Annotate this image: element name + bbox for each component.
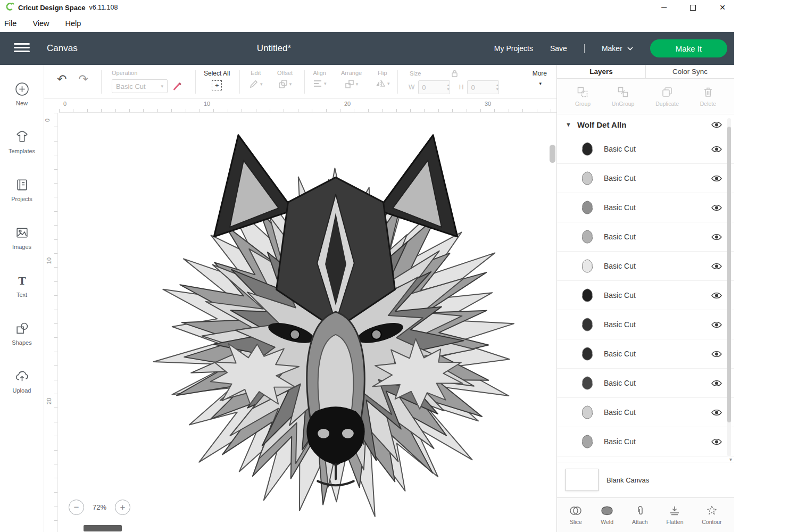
duplicate-button[interactable]: Duplicate (655, 86, 679, 107)
sidebar-item-new[interactable]: New (0, 70, 44, 118)
group-button[interactable]: Group (575, 86, 591, 107)
height-input[interactable] (467, 80, 499, 94)
sidebar-label: New (16, 100, 28, 106)
layer-thumbnail[interactable] (579, 170, 595, 186)
visibility-eye-icon[interactable] (711, 409, 722, 417)
slice-button[interactable]: Slice (569, 505, 582, 525)
layer-row[interactable]: Basic Cut (557, 339, 734, 369)
redo-button[interactable]: ↷ (78, 72, 88, 86)
operation-select[interactable]: Basic Cut ▾ (112, 79, 168, 93)
layer-row[interactable]: Basic Cut (557, 369, 734, 398)
layer-thumbnail[interactable] (579, 229, 595, 245)
visibility-eye-icon[interactable] (711, 262, 722, 270)
toolbar-divider (101, 70, 102, 94)
width-input[interactable] (418, 80, 450, 94)
maximize-button[interactable] (690, 5, 696, 11)
sidebar-item-templates[interactable]: Templates (0, 118, 44, 166)
layer-row[interactable]: Basic Cut (557, 164, 734, 193)
save-link[interactable]: Save (550, 44, 567, 53)
color-pencil-icon[interactable] (172, 81, 182, 91)
offset-menu-button[interactable]: ▾ (278, 79, 292, 89)
layers-scrollbar-thumb[interactable] (727, 127, 731, 422)
layer-group-row[interactable]: ▼ Wolf Det Alln (557, 114, 734, 135)
layer-thumbnail[interactable] (579, 346, 595, 362)
layer-thumbnail[interactable] (579, 258, 595, 274)
weld-button[interactable]: Weld (601, 505, 613, 525)
close-button[interactable]: ✕ (719, 4, 726, 11)
machine-selector[interactable]: Maker (602, 44, 633, 53)
layer-row[interactable]: Basic Cut (557, 281, 734, 310)
visibility-eye-icon[interactable] (711, 233, 722, 241)
layer-thumbnail[interactable] (579, 375, 595, 391)
minimize-button[interactable]: ─ (661, 4, 667, 11)
flatten-button[interactable]: Flatten (666, 505, 683, 525)
layer-row[interactable]: Basic Cut (557, 193, 734, 222)
menu-help[interactable]: Help (65, 19, 81, 28)
left-sidebar: New Templates Projects Images T Text Sha… (0, 65, 44, 532)
layer-thumbnail[interactable] (579, 317, 595, 332)
height-stepper[interactable]: ▲▼ (495, 83, 498, 92)
layer-row[interactable]: Basic Cut (557, 456, 734, 462)
visibility-eye-icon[interactable] (711, 174, 722, 182)
layer-thumbnail[interactable] (579, 200, 595, 215)
canvas-horizontal-scrollbar[interactable] (84, 525, 122, 531)
wolf-artwork[interactable] (134, 115, 538, 522)
layer-thumbnail[interactable] (579, 404, 595, 420)
lock-icon[interactable] (451, 70, 458, 77)
visibility-eye-icon[interactable] (711, 350, 722, 358)
sidebar-item-upload[interactable]: Upload (0, 358, 44, 405)
layer-row[interactable]: Basic Cut (557, 398, 734, 427)
layer-row[interactable]: Basic Cut (557, 252, 734, 281)
visibility-eye-icon[interactable] (711, 121, 722, 129)
attach-button[interactable]: Attach (632, 505, 648, 525)
visibility-eye-icon[interactable] (711, 145, 722, 153)
canvas-vertical-scrollbar[interactable] (550, 145, 555, 163)
delete-button[interactable]: Delete (700, 86, 716, 107)
zoom-out-button[interactable]: − (69, 500, 84, 515)
layer-thumbnail[interactable] (579, 287, 595, 303)
tab-layers[interactable]: Layers (557, 65, 645, 78)
layer-row[interactable]: Basic Cut (557, 310, 734, 339)
visibility-eye-icon[interactable] (711, 321, 722, 329)
document-title[interactable]: Untitled* (229, 32, 319, 65)
layers-scrollbar[interactable] (727, 118, 731, 456)
visibility-eye-icon[interactable] (711, 204, 722, 212)
blank-canvas-row[interactable]: Blank Canvas (557, 462, 734, 497)
tool-label: Flatten (666, 519, 683, 525)
sidebar-item-text[interactable]: T Text (0, 262, 44, 310)
layer-thumbnail[interactable] (579, 141, 595, 157)
visibility-eye-icon[interactable] (711, 379, 722, 387)
sidebar-item-shapes[interactable]: Shapes (0, 310, 44, 358)
sidebar-item-projects[interactable]: Projects (0, 166, 44, 214)
edit-menu-button[interactable]: ▾ (249, 79, 263, 89)
hamburger-menu-icon[interactable] (14, 43, 30, 52)
zoom-in-button[interactable]: + (115, 500, 130, 515)
my-projects-link[interactable]: My Projects (494, 44, 533, 53)
make-it-button[interactable]: Make It (650, 39, 727, 57)
design-canvas[interactable]: − 72% + (59, 113, 556, 532)
visibility-eye-icon[interactable] (711, 438, 722, 446)
width-stepper[interactable]: ▲▼ (446, 83, 450, 92)
group-expand-caret-icon[interactable]: ▼ (566, 121, 571, 128)
select-all-button[interactable]: + (212, 80, 222, 90)
arrange-menu-button[interactable]: ▾ (345, 79, 359, 89)
blank-canvas-swatch[interactable] (566, 469, 598, 491)
layer-row[interactable]: Basic Cut (557, 427, 734, 456)
contour-button[interactable]: Contour (702, 505, 721, 525)
new-plus-icon (15, 82, 29, 96)
tab-color-sync[interactable]: Color Sync (645, 65, 734, 78)
undo-button[interactable]: ↶ (57, 72, 66, 86)
ungroup-button[interactable]: UnGroup (612, 86, 635, 107)
flip-menu-button[interactable]: ▾ (375, 79, 390, 88)
menu-file[interactable]: File (4, 19, 16, 28)
more-menu-button[interactable]: More ▾ (533, 70, 547, 86)
sidebar-item-images[interactable]: Images (0, 214, 44, 262)
menu-view[interactable]: View (32, 19, 49, 28)
ruler-number: 0 (63, 101, 66, 107)
align-menu-button[interactable]: ▾ (313, 79, 327, 88)
visibility-eye-icon[interactable] (711, 292, 722, 300)
layer-row[interactable]: Basic Cut (557, 222, 734, 252)
chevron-down-icon: ▾ (539, 81, 542, 86)
layer-row[interactable]: Basic Cut (557, 135, 734, 164)
layer-thumbnail[interactable] (579, 434, 595, 450)
